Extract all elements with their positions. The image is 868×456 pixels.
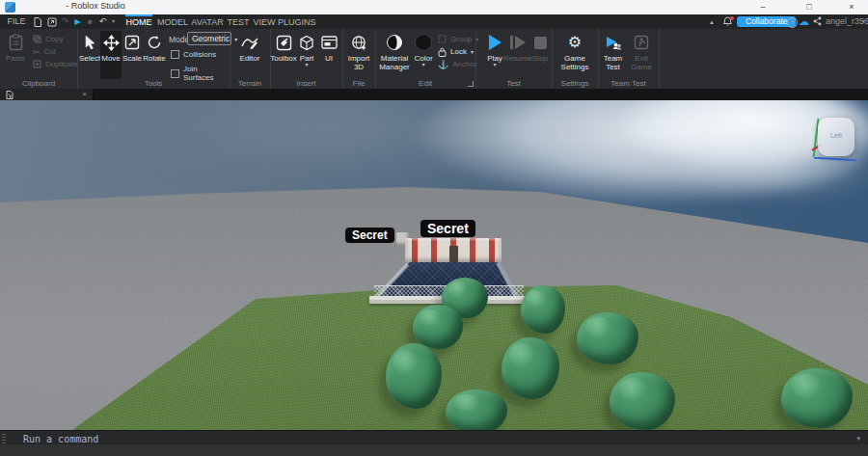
roblox-studio-logo-icon [5,2,15,13]
view-cube-face-label: Left [818,132,854,139]
username-label[interactable]: angel_r356 [826,14,860,29]
cut-button[interactable]: ✂ Cut [33,46,56,57]
checkbox-box [171,69,179,78]
resume-icon [510,36,526,49]
resume-button[interactable]: Resume [506,31,529,79]
anchor-button[interactable]: ⚓ Anchor [438,59,477,69]
tab-plugins[interactable]: PLUGINS [278,14,312,29]
select-tool-button[interactable]: Select [79,31,100,79]
duplicate-icon [33,60,41,68]
tab-test[interactable]: TEST [226,14,251,29]
status-bar [0,444,868,456]
move-icon [103,31,120,54]
color-button[interactable]: Color ▾ [412,31,435,79]
section-test: Play ▾ Resume Stop Test [475,29,553,89]
paste-button[interactable]: Paste [2,31,29,79]
part-dropdown-caret-icon: ▾ [305,63,308,67]
section-team-test: Team Test Exit Game Team Test [598,29,660,89]
terrain-editor-icon [241,31,258,54]
view-cube-body: Left [818,118,854,156]
play-icon [489,35,502,50]
checkbox-box [171,50,179,59]
undo-dropdown-caret-icon[interactable]: ▾ [107,14,120,29]
color-swatch-icon [415,34,432,51]
cloud-sync-icon[interactable]: ☁ [798,14,810,29]
quick-play-icon[interactable]: ▶ [71,14,84,29]
lock-button[interactable]: Lock ▾ [438,46,474,57]
duplicate-button[interactable]: Duplicate [33,59,77,69]
scene-tab[interactable]: × [0,89,94,100]
scale-tool-button[interactable]: Scale [122,31,143,79]
game-settings-button[interactable]: ⚙ Game Settings [558,31,591,79]
quick-stop-icon[interactable]: ■ [84,14,96,29]
play-dropdown-caret-icon: ▾ [493,63,496,67]
command-bar-dropdown-caret-icon[interactable]: ▾ [856,431,860,445]
close-button[interactable]: × [839,0,864,14]
notification-badge [730,16,734,20]
stop-icon [534,37,547,49]
import-3d-globe-icon [351,31,367,54]
scale-icon [124,31,140,54]
section-terrain: Editor Terrain [230,29,271,89]
lock-icon [438,47,447,57]
view-selector-cube[interactable]: Left [806,116,856,162]
toolbox-icon [276,31,292,54]
menu-bar: FILE ↷ ▶ ■ ↶ ▾ HOME MODEL AVATAR TEST VI… [0,14,868,29]
copy-button[interactable]: Copy [33,34,64,44]
redo-icon[interactable]: ↷ [59,14,71,29]
command-bar-grip[interactable] [2,433,6,443]
tree [610,372,675,430]
group-button[interactable]: Group ▾ [438,34,478,44]
maximize-button[interactable]: □ [797,0,822,14]
tab-avatar[interactable]: AVATAR [191,14,224,29]
tab-model[interactable]: MODEL [157,14,188,29]
secret-billboard-1: Secret [345,228,394,243]
tree [521,285,565,334]
team-test-button[interactable]: Team Test [600,31,626,79]
scene-tab-close-icon[interactable]: × [82,89,87,100]
tab-home[interactable]: HOME [125,14,152,29]
terrain-editor-button[interactable]: Editor [236,31,263,79]
material-manager-button[interactable]: Material Manager [379,31,410,79]
roblox-studio-window: - Roblox Studio – □ × FILE ↷ ▶ ■ ↶ ▾ HOM… [0,0,868,456]
select-cursor-icon [84,31,96,54]
mode-dropdown[interactable]: Geometric ▾ [187,32,231,45]
collapse-ribbon-icon[interactable]: ▴ [706,14,718,29]
material-sphere-icon [386,31,403,54]
group-icon [438,35,447,43]
section-insert: Toolbox Part ▾ UI Insert [270,29,343,89]
move-tool-button[interactable]: Move [100,31,122,79]
part-cube-icon [299,31,314,54]
section-file: Import 3D File [342,29,376,89]
exit-game-button[interactable]: Exit Game [628,31,655,79]
ribbon: Paste Copy ✂ Cut Duplicate Clipboard [0,29,868,89]
new-file-icon[interactable] [31,14,43,29]
account-dropdown-caret-icon[interactable]: ▾ [859,14,867,29]
z-axis-indicator [814,157,856,161]
file-menu[interactable]: FILE [6,14,27,29]
section-tools: Select Move Scale Rotate Mode: [77,29,231,89]
ui-button[interactable]: UI [319,31,339,79]
help-icon[interactable]: ? [787,17,798,28]
tree [781,368,853,428]
gear-icon: ⚙ [568,34,582,51]
scene-tab-icon [6,91,14,99]
tab-view[interactable]: VIEW [251,14,278,29]
ui-window-icon [321,31,338,54]
stop-button[interactable]: Stop [530,31,550,79]
open-file-icon[interactable] [45,14,58,29]
secret-billboard-2: Secret [420,220,475,237]
exit-game-icon [634,31,649,54]
section-edit: Material Manager Color ▾ Group ▾ Lock ▾ … [375,29,476,89]
viewport-3d[interactable]: Secret Secret Left [0,100,868,430]
striped-building [405,238,502,262]
rotate-tool-button[interactable]: Rotate [143,31,166,79]
share-icon[interactable] [812,14,823,29]
collisions-checkbox[interactable]: Collisions [171,50,216,59]
import-3d-button[interactable]: Import 3D [344,31,373,79]
toolbox-button[interactable]: Toolbox [271,31,296,79]
notifications-bell-icon[interactable] [721,14,733,29]
minimize-button[interactable]: – [750,0,775,14]
section-settings: ⚙ Game Settings Settings [552,29,599,89]
part-button[interactable]: Part ▾ [296,31,317,79]
